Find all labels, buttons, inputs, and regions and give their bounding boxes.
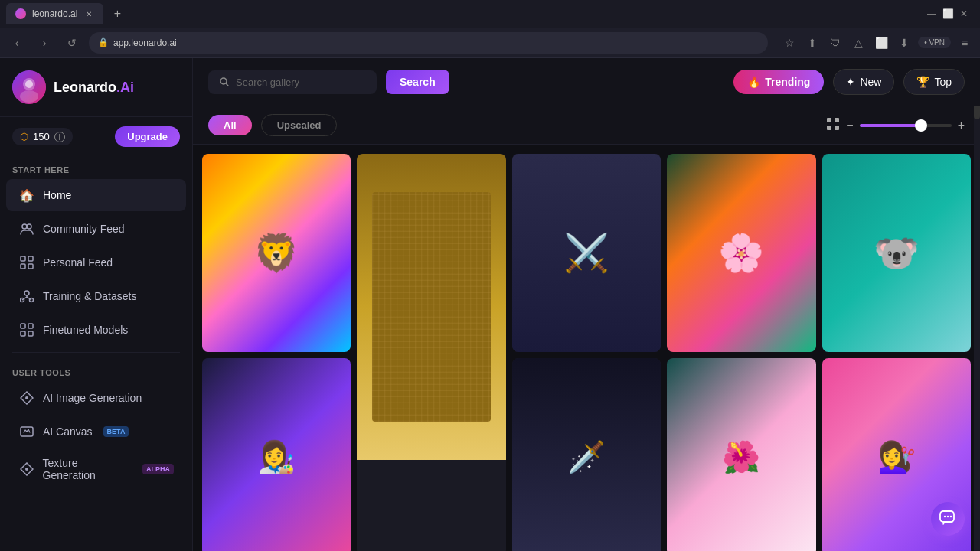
filter-upscaled-button[interactable]: Upscaled [261,114,338,136]
sidebar-item-texture[interactable]: Texture Generation ALPHA [6,449,186,489]
card-1-btn-3[interactable]: ⤢ [325,158,346,180]
search-button[interactable]: Search [386,70,449,94]
card-6-btn-1[interactable]: ⊞ [276,363,297,384]
sidebar-item-finetuned[interactable]: Finetuned Models [6,314,186,346]
main-content: Search 🔥 Trending ✦ New 🏆 Top All Upscal… [193,58,980,551]
svg-rect-8 [21,264,25,269]
top-label: Top [934,76,952,88]
card-1-btn-1[interactable]: ⊞ [276,158,297,180]
sidebar-home-label: Home [43,189,71,201]
svg-rect-26 [835,126,839,130]
svg-point-4 [22,224,27,229]
new-button[interactable]: ✦ New [833,69,894,95]
card-2-btn-2[interactable]: ✎ [456,158,477,180]
sidebar-logo: Leonardo.Ai [0,58,192,117]
sidebar-personal-label: Personal Feed [43,256,113,269]
tab-close[interactable]: ✕ [83,8,94,19]
card-3-btn-1[interactable]: ⊞ [586,158,607,180]
minimize-control[interactable]: — [927,8,936,19]
sidebar-divider-1 [12,352,180,353]
upgrade-button[interactable]: Upgrade [115,126,180,147]
card-3-btn-2[interactable]: ✎ [610,158,632,180]
forward-button[interactable]: › [34,32,55,54]
bookmark-icon[interactable]: ☆ [780,34,799,52]
sidebar-item-home[interactable]: 🏠 Home [6,179,186,211]
image-card-6[interactable]: 👩‍🎨 ⊞ ✎ ⤢ [202,358,351,551]
image-card-1[interactable]: 🦁 ⊞ ✎ ⤢ [202,154,351,352]
brave-icon[interactable]: △ [849,34,867,52]
card-3-btn-3[interactable]: ⤢ [635,158,656,180]
maximize-control[interactable]: ⬜ [942,8,954,19]
zoom-slider[interactable] [860,124,952,127]
address-bar-row: ‹ › ↺ 🔒 app.leonardo.ai ☆ ⬆ 🛡 △ ⬜ ⬇ • VP… [0,28,980,58]
zoom-out-icon[interactable]: − [846,119,853,132]
chat-button[interactable] [931,502,965,536]
sidebar-item-image-gen[interactable]: AI Image Generation [6,382,186,414]
sidebar-item-personal[interactable]: Personal Feed [6,246,186,279]
svg-point-5 [27,224,31,229]
share-icon[interactable]: ⬆ [803,34,822,52]
back-button[interactable]: ‹ [6,32,28,54]
card-8-btn-1[interactable]: ⊞ [741,363,763,384]
image-card-5[interactable]: 🐨 ⊞ ✎ [822,154,971,352]
card-7-btn-1[interactable]: ✎ [610,363,632,384]
menu-icon[interactable]: ≡ [956,34,974,52]
refresh-button[interactable]: ↺ [61,32,83,54]
address-bar[interactable]: 🔒 app.leonardo.ai [89,32,768,54]
filter-all-button[interactable]: All [208,115,252,135]
card-4-btn-2[interactable]: ✎ [766,158,787,180]
lock-icon: 🔒 [98,37,109,47]
image-card-8[interactable]: 🌺 ⊞ ✎ ⤢ [667,358,815,551]
close-control[interactable]: ✕ [960,8,968,19]
svg-rect-7 [28,256,33,261]
image-card-7[interactable]: 🗡️ ✎ ⤢ [512,358,661,551]
card-2-btn-3[interactable]: ⤢ [480,158,501,180]
url-text: app.leonardo.ai [113,37,177,48]
card-1-btn-2[interactable]: ✎ [300,158,322,180]
sidebar-item-community[interactable]: Community Feed [6,213,186,245]
new-tab-button[interactable]: + [106,3,128,24]
card-7-btn-2[interactable]: ⤢ [635,363,656,384]
sidebar-item-canvas[interactable]: AI Canvas BETA [6,416,186,448]
download-icon[interactable]: ⬇ [895,34,913,52]
zoom-in-icon[interactable]: + [958,119,965,132]
credits-display: ⬡ 150 i [12,128,73,145]
card-5-btn-2[interactable]: ✎ [945,158,966,180]
card-9-btn-2[interactable]: ✎ [920,363,942,384]
card-6-btn-2[interactable]: ✎ [300,363,322,384]
shield-icon[interactable]: 🛡 [826,34,844,52]
sidebar-image-gen-label: AI Image Generation [43,392,142,404]
scrollbar-track[interactable] [974,58,980,551]
card-5-btn-1[interactable]: ⊞ [920,158,942,180]
card-6-btn-3[interactable]: ⤢ [325,363,346,384]
grid-view-icon[interactable] [826,117,840,134]
image-card-4[interactable]: 🌸 ⊞ ✎ ⤢ [667,154,815,352]
card-2-btn-1[interactable]: ⊞ [431,158,452,180]
image-card-2[interactable]: ⊞ ✎ ⤢ [357,154,505,551]
card-8-btn-2[interactable]: ✎ [766,363,787,384]
top-button[interactable]: 🏆 Top [903,69,965,95]
image-grid: 🦁 ⊞ ✎ ⤢ ⊞ ✎ ⤢ ⚔️ [193,145,980,551]
card-9-btn-3[interactable]: ⤢ [945,363,966,384]
user-credits-row: ⬡ 150 i Upgrade [0,117,192,156]
browser-toolbar: ☆ ⬆ 🛡 △ ⬜ ⬇ • VPN ≡ [780,34,974,52]
search-input[interactable] [236,77,351,88]
tab-bar: leonardo.ai ✕ + — ⬜ ✕ [0,0,980,28]
card-8-btn-3[interactable]: ⤢ [790,363,812,384]
sidebar-training-label: Training & Datasets [43,290,136,302]
info-icon[interactable]: i [54,132,65,142]
vpn-badge[interactable]: • VPN [918,37,951,48]
card-4-btn-3[interactable]: ⤢ [790,158,812,180]
finetuned-icon [18,321,35,338]
logo-avatar [12,70,46,104]
sidebar: Leonardo.Ai ⬡ 150 i Upgrade Start Here 🏠… [0,58,193,551]
sidebar-item-training[interactable]: Training & Datasets [6,280,186,312]
trending-button[interactable]: 🔥 Trending [733,70,824,94]
training-icon [18,288,35,305]
extensions-icon[interactable]: ⬜ [872,34,890,52]
card-4-btn-1[interactable]: ⊞ [741,158,763,180]
card-9-btn-1[interactable]: ⊞ [896,363,917,384]
browser-chrome: leonardo.ai ✕ + — ⬜ ✕ ‹ › ↺ 🔒 app.leonar… [0,0,980,58]
image-card-3[interactable]: ⚔️ ⊞ ✎ ⤢ [512,154,661,352]
active-tab[interactable]: leonardo.ai ✕ [6,3,103,24]
